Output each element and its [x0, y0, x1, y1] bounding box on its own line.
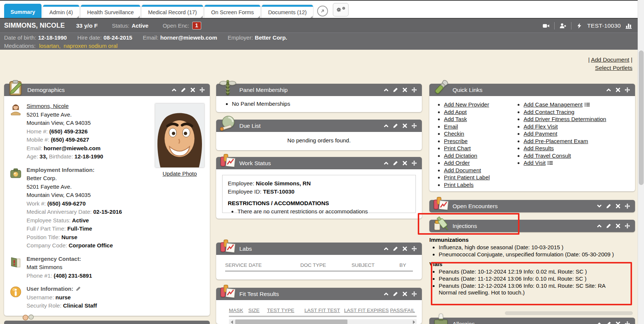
- tab-medical-record[interactable]: Medical Record (17): [142, 5, 203, 18]
- page-vertical-scrollbar[interactable]: [638, 0, 644, 324]
- quick-link[interactable]: Add Pre-Placement Exam: [524, 138, 588, 144]
- edit-icon[interactable]: [606, 203, 611, 209]
- move-icon[interactable]: [411, 87, 417, 93]
- edit-icon[interactable]: [393, 291, 398, 297]
- collapse-icon[interactable]: [383, 291, 389, 297]
- column-header-link[interactable]: TEST TYPE: [267, 308, 304, 313]
- medication-link[interactable]: losartan,: [39, 43, 61, 49]
- quick-link[interactable]: Add Travel Consult: [524, 152, 571, 159]
- bar-chart-icon[interactable]: [626, 22, 632, 29]
- column-header-link[interactable]: LAST FIT TEST: [304, 308, 344, 313]
- tab-documents[interactable]: Documents (12): [262, 5, 313, 18]
- open-encounter-badge[interactable]: 1: [193, 22, 201, 29]
- edit-icon[interactable]: [606, 223, 611, 229]
- edit-icon[interactable]: [181, 87, 186, 93]
- due-list-header[interactable]: Due List: [216, 120, 422, 132]
- column-header-link[interactable]: PASS/FAIL: [390, 308, 415, 313]
- quick-link[interactable]: Add Case Management: [524, 101, 583, 108]
- scroll-right-arrow[interactable]: [411, 319, 417, 324]
- column-header-link[interactable]: MASK: [229, 308, 248, 313]
- move-icon[interactable]: [411, 123, 417, 129]
- quick-link[interactable]: Add Visit: [524, 160, 546, 166]
- lightning-bolt-icon[interactable]: [576, 23, 582, 29]
- quick-link[interactable]: Add New Provider: [444, 101, 489, 108]
- collapse-icon[interactable]: [383, 160, 389, 166]
- list-icon[interactable]: [585, 102, 590, 107]
- quick-link[interactable]: Add Appt: [444, 109, 467, 115]
- edit-user-info-icon[interactable]: [76, 286, 81, 291]
- expand-icon[interactable]: [597, 203, 602, 209]
- collapse-icon[interactable]: [383, 123, 389, 129]
- quick-link[interactable]: Add Document: [444, 167, 481, 173]
- allergies-header[interactable]: Allergies: [429, 318, 635, 324]
- partially-visible-portlet-header[interactable]: [4, 321, 210, 324]
- patient-name-link[interactable]: Simmons, Nicole: [27, 103, 69, 109]
- work-status-header[interactable]: Work Status: [216, 157, 422, 169]
- quick-link[interactable]: Email: [444, 123, 458, 130]
- video-camera-icon[interactable]: [543, 23, 549, 29]
- tab-summary[interactable]: Summary: [4, 4, 42, 18]
- quick-link[interactable]: Add Task: [444, 116, 467, 122]
- quick-link[interactable]: Add Payment: [524, 130, 557, 137]
- edit-icon[interactable]: [393, 123, 398, 129]
- move-icon[interactable]: [411, 160, 417, 166]
- move-icon[interactable]: [411, 246, 417, 252]
- panel-membership-header[interactable]: Panel Membership: [216, 84, 422, 96]
- add-person-icon[interactable]: [559, 23, 566, 29]
- close-icon[interactable]: [402, 160, 408, 166]
- collapse-icon[interactable]: [597, 321, 602, 324]
- move-icon[interactable]: [625, 321, 630, 324]
- quick-link[interactable]: Print Chart: [444, 145, 471, 151]
- column-header-link[interactable]: SIZE: [248, 308, 267, 313]
- close-icon[interactable]: [402, 87, 408, 93]
- edit-icon[interactable]: [606, 321, 611, 324]
- medication-link[interactable]: naproxen sodium oral: [64, 43, 117, 49]
- quick-links-header[interactable]: Quick Links: [429, 84, 635, 96]
- move-icon[interactable]: [411, 291, 417, 297]
- scroll-left-arrow[interactable]: [229, 319, 234, 324]
- quick-link[interactable]: Checkin: [444, 130, 464, 137]
- collapse-icon[interactable]: [383, 87, 389, 93]
- close-icon[interactable]: [402, 246, 408, 252]
- edit-icon[interactable]: [393, 246, 398, 252]
- close-icon[interactable]: [615, 87, 621, 93]
- help-icon[interactable]: [317, 6, 328, 16]
- demographics-header[interactable]: Demographics: [4, 84, 210, 96]
- quick-link[interactable]: Add Contact Tracing: [524, 109, 574, 115]
- close-icon[interactable]: [615, 203, 621, 209]
- quick-link[interactable]: Add Order: [444, 160, 470, 166]
- move-icon[interactable]: [625, 223, 630, 229]
- labs-header[interactable]: Labs: [216, 243, 422, 255]
- close-icon[interactable]: [190, 87, 196, 93]
- settings-button[interactable]: [333, 3, 349, 16]
- scrollbar-thumb[interactable]: [639, 50, 644, 185]
- quick-link[interactable]: Print Labels: [444, 182, 473, 188]
- close-icon[interactable]: [402, 291, 408, 297]
- select-portlets-link[interactable]: Select Portlets: [595, 65, 632, 71]
- collapse-icon[interactable]: [383, 246, 389, 252]
- edit-icon[interactable]: [393, 160, 398, 166]
- move-icon[interactable]: [199, 87, 205, 93]
- quick-link[interactable]: Print Patient Label: [444, 174, 490, 180]
- close-icon[interactable]: [615, 223, 621, 229]
- collapse-icon[interactable]: [171, 87, 177, 93]
- list-icon[interactable]: [548, 161, 553, 165]
- close-icon[interactable]: [402, 123, 408, 129]
- close-icon[interactable]: [615, 321, 621, 324]
- tab-health-surveillance[interactable]: Health Surveillance: [81, 5, 140, 18]
- move-icon[interactable]: [625, 87, 630, 93]
- collapse-icon[interactable]: [606, 87, 611, 93]
- update-photo-link[interactable]: Update Photo: [163, 170, 197, 177]
- edit-icon[interactable]: [393, 87, 398, 93]
- tab-admin[interactable]: Admin (4): [43, 5, 79, 18]
- column-header-link[interactable]: LAST FIT EXPIRES: [344, 308, 390, 313]
- horizontal-scrollbar[interactable]: [229, 319, 417, 324]
- scrollbar-thumb[interactable]: [235, 320, 347, 324]
- fit-test-header[interactable]: Fit Test Results: [216, 288, 422, 300]
- collapse-icon[interactable]: [597, 223, 602, 229]
- open-encounters-header[interactable]: Open Encounters: [429, 200, 635, 212]
- tab-on-screen-forms[interactable]: On Screen Forms: [205, 5, 260, 18]
- add-document-link[interactable]: Add Document: [591, 56, 629, 63]
- quick-link[interactable]: Add Flex Visit: [524, 123, 558, 130]
- injections-header[interactable]: Injections: [429, 220, 635, 232]
